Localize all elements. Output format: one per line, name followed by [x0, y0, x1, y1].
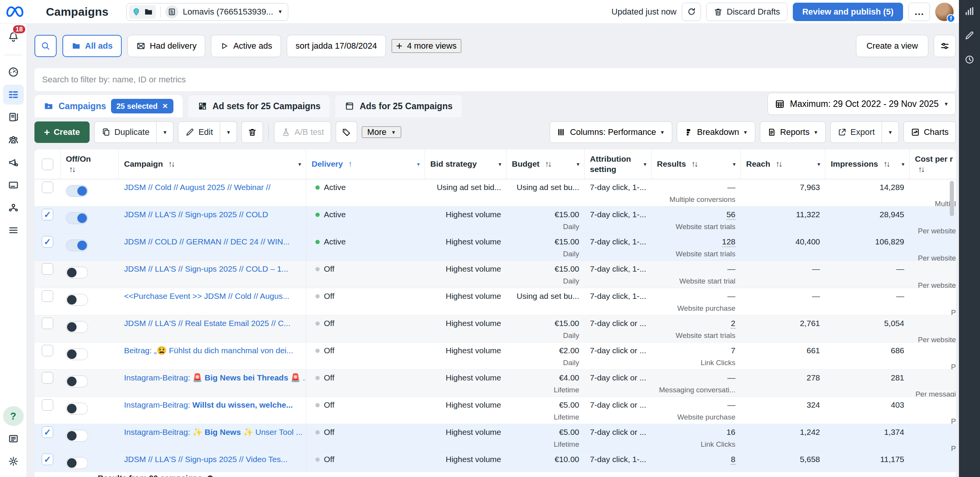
row-checkbox[interactable]	[42, 345, 53, 356]
sidebar-item-audiences[interactable]	[3, 130, 24, 150]
campaign-toggle[interactable]	[66, 375, 88, 387]
ab-test-button[interactable]: A/B test	[274, 121, 331, 143]
breakdown-button[interactable]: Breakdown▼	[677, 121, 755, 143]
review-publish-button[interactable]: Review and publish (5)	[793, 3, 903, 21]
campaign-link[interactable]: JDSM // LLA'S // Real Estate Email 2025 …	[124, 319, 291, 328]
view-button-1[interactable]: Had delivery	[127, 35, 205, 57]
campaign-toggle[interactable]	[66, 348, 88, 360]
sidebar-item-ads-reporting[interactable]	[3, 107, 24, 127]
delete-button[interactable]	[242, 121, 263, 143]
column-header-off-on[interactable]: Off/On↑↓	[60, 149, 119, 179]
row-checkbox[interactable]	[42, 372, 53, 384]
campaign-link[interactable]: JDSM // LLA'S // Sign-ups 2025 // Video …	[124, 455, 287, 464]
row-checkbox[interactable]: ✓	[42, 454, 53, 465]
selected-count-badge[interactable]: 25 selected ✕	[111, 99, 173, 113]
business-scope-selector[interactable]: Lomavis (7665153939... ▼	[126, 3, 289, 21]
row-checkbox[interactable]	[42, 399, 53, 411]
campaign-link[interactable]: Instagram-Beitrag: ✨ Big News ✨ Unser To…	[124, 428, 302, 436]
row-checkbox[interactable]	[42, 263, 53, 275]
row-checkbox[interactable]: ✓	[42, 209, 53, 220]
tab-ads-for-25-campaigns[interactable]: Ads for 25 Campaigns	[335, 95, 462, 117]
duplicate-caret-button[interactable]: ▼	[156, 122, 173, 143]
column-header-attribution-setting[interactable]: Attribution setting▼	[585, 149, 652, 179]
column-header-reach[interactable]: Reach ↑↓▼	[741, 149, 825, 179]
rail-item-insights-rail[interactable]	[964, 6, 975, 19]
campaign-link[interactable]: Instagram-Beitrag: Willst du wissen, wel…	[124, 400, 293, 409]
avatar[interactable]: f	[935, 3, 954, 21]
campaign-link[interactable]: JDSM // COLD // GERMAN // DEC 24 // WIN.…	[124, 237, 290, 246]
row-checkbox-cell: ✓	[34, 207, 60, 233]
search-input[interactable]	[34, 68, 956, 91]
campaign-link[interactable]: Instagram-Beitrag: 🚨 Big News bei Thread…	[124, 373, 306, 382]
tag-button[interactable]	[336, 121, 357, 143]
sidebar-item-billing[interactable]	[3, 175, 24, 195]
campaign-toggle[interactable]	[66, 212, 88, 224]
select-all-checkbox[interactable]	[42, 159, 53, 170]
view-button-0[interactable]: All ads	[62, 35, 122, 57]
search-views-button[interactable]	[34, 35, 57, 57]
sidebar-item-account-overview[interactable]	[3, 62, 24, 82]
sidebar-item-events-manager[interactable]	[3, 198, 24, 218]
campaign-link[interactable]: JDSM // Cold // August 2025 // Webinar /…	[124, 183, 270, 192]
sidebar-item-settings[interactable]	[3, 451, 24, 471]
campaign-toggle[interactable]	[66, 403, 88, 415]
row-checkbox[interactable]: ✓	[42, 426, 53, 438]
campaign-link[interactable]: JDSM // LLA'S // Sign-ups 2025 // COLD –…	[124, 264, 288, 273]
campaign-link[interactable]: <<Purchase Event >> JDSM // Cold // Augu…	[124, 292, 289, 300]
rail-item-edit-rail[interactable]	[964, 30, 975, 43]
refresh-button[interactable]	[682, 3, 701, 21]
campaign-toggle[interactable]	[66, 321, 88, 333]
create-button[interactable]: + Create	[34, 121, 90, 143]
view-button-3[interactable]: sort jadda 17/08/2024	[287, 35, 386, 57]
sidebar-item-all-tools[interactable]	[3, 220, 24, 240]
tab-ad-sets-for-25-campaigns[interactable]: Ad sets for 25 Campaigns	[188, 95, 330, 117]
campaign-toggle[interactable]	[66, 430, 88, 442]
more-button[interactable]: More▼	[362, 126, 401, 138]
view-button-2[interactable]: Active ads	[211, 35, 281, 57]
export-button[interactable]: Export	[831, 122, 882, 143]
column-header-campaign[interactable]: Campaign ↑↓▼	[119, 149, 306, 179]
duplicate-button[interactable]: Duplicate	[95, 122, 157, 143]
row-checkbox-cell: ✓	[34, 451, 60, 472]
campaign-toggle[interactable]	[66, 239, 88, 251]
column-header-delivery[interactable]: Delivery ↑▼	[306, 149, 425, 179]
view-label: All ads	[85, 41, 113, 51]
row-checkbox[interactable]	[42, 290, 53, 302]
close-icon[interactable]: ✕	[162, 102, 168, 110]
campaign-toggle[interactable]	[66, 185, 88, 197]
column-header-bid-strategy[interactable]: Bid strategy▼	[425, 149, 506, 179]
sidebar-item-help[interactable]: ?	[3, 406, 24, 426]
column-header-budget[interactable]: Budget ↑↓▼	[506, 149, 585, 179]
campaign-toggle[interactable]	[66, 294, 88, 306]
view-settings-button[interactable]	[934, 35, 956, 57]
row-checkbox[interactable]: ✓	[42, 236, 53, 248]
columns-button[interactable]: Columns: Performance▼	[550, 121, 672, 143]
sidebar-item-campaigns[interactable]	[3, 85, 24, 105]
more-views-button[interactable]: + 4 more views	[392, 39, 461, 53]
row-checkbox[interactable]	[42, 182, 53, 193]
create-view-button[interactable]: Create a view	[856, 35, 928, 57]
vertical-scrollbar[interactable]	[950, 181, 954, 216]
charts-button[interactable]: Charts	[903, 121, 956, 143]
sidebar-item-advertising-settings[interactable]	[3, 152, 24, 172]
reach-cell: 661	[741, 343, 825, 369]
edit-caret-button[interactable]: ▼	[220, 122, 237, 143]
campaign-toggle[interactable]	[66, 267, 88, 279]
export-caret-button[interactable]: ▼	[882, 122, 898, 143]
rail-item-history-rail[interactable]	[964, 54, 975, 67]
campaign-link[interactable]: Beitrag: „😫 Fühlst du dich manchmal von …	[124, 346, 293, 355]
column-header-impressions[interactable]: Impressions ↑↓▼	[825, 149, 910, 179]
campaign-link[interactable]: JDSM // LLA'S // Sign-ups 2025 // COLD	[124, 210, 268, 219]
sidebar-item-whats-new[interactable]	[3, 429, 24, 449]
notifications-button[interactable]: 18	[3, 27, 24, 47]
more-options-button[interactable]: …	[908, 3, 930, 21]
row-checkbox[interactable]	[42, 318, 53, 329]
tab-campaigns[interactable]: Campaigns 25 selected ✕	[34, 95, 183, 117]
column-header-cost-per-r[interactable]: Cost per r↑↓	[910, 149, 956, 179]
edit-button[interactable]: Edit	[178, 122, 220, 143]
column-header-results[interactable]: Results ↑↓▼	[652, 149, 741, 179]
discard-drafts-button[interactable]: Discard Drafts	[706, 3, 787, 21]
reports-button[interactable]: Reports▼	[760, 121, 826, 143]
date-range-selector[interactable]: Maximum: 29 Oct 2022 - 29 Nov 2025 ▼	[768, 93, 956, 115]
campaign-toggle[interactable]	[66, 457, 88, 469]
